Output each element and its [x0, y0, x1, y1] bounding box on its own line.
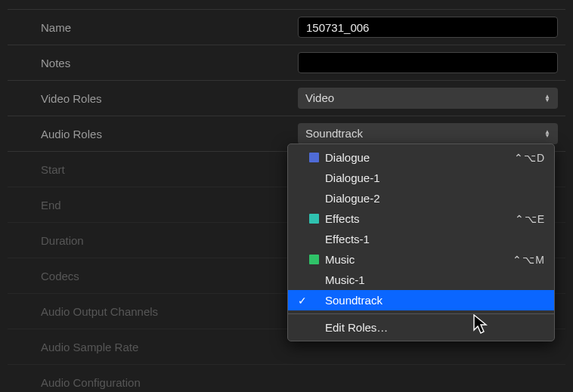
- menu-item-label: Edit Roles…: [325, 321, 545, 334]
- menu-item-label: Dialogue-1: [325, 171, 545, 184]
- label-name: Name: [8, 21, 298, 34]
- menu-item-dialogue-2[interactable]: Dialogue-2: [288, 188, 554, 208]
- menu-item-dialogue[interactable]: Dialogue ⌃⌥D: [288, 147, 554, 168]
- menu-item-effects-1[interactable]: Effects-1: [288, 229, 554, 249]
- label-end: End: [8, 199, 298, 211]
- menu-item-label: Music-1: [325, 273, 545, 286]
- menu-item-label: Dialogue-2: [325, 192, 545, 205]
- label-video-roles: Video Roles: [8, 92, 298, 105]
- menu-item-label: Dialogue: [325, 151, 514, 164]
- row-video-roles: Video Roles Video ▲▼: [8, 81, 565, 116]
- audio-roles-dropdown: Dialogue ⌃⌥D Dialogue-1 Dialogue-2 Effec…: [287, 144, 555, 341]
- menu-item-label: Effects: [325, 212, 515, 225]
- menu-item-music[interactable]: Music ⌃⌥M: [288, 249, 554, 270]
- menu-item-shortcut: ⌃⌥E: [515, 213, 545, 225]
- video-roles-select[interactable]: Video ▲▼: [298, 88, 558, 109]
- menu-item-edit-roles[interactable]: Edit Roles…: [288, 317, 554, 338]
- label-start: Start: [8, 163, 298, 176]
- notes-input[interactable]: [298, 52, 558, 73]
- video-roles-value: Video: [305, 88, 334, 109]
- menu-item-shortcut: ⌃⌥D: [514, 152, 545, 164]
- menu-item-label: Music: [325, 253, 513, 266]
- color-swatch: [309, 214, 319, 224]
- row-notes: Notes: [8, 45, 565, 81]
- menu-item-effects[interactable]: Effects ⌃⌥E: [288, 208, 554, 229]
- audio-roles-select[interactable]: Soundtrack ▲▼: [298, 123, 558, 144]
- label-duration: Duration: [8, 234, 298, 247]
- menu-separator: [288, 313, 554, 314]
- menu-item-shortcut: ⌃⌥M: [513, 254, 545, 266]
- menu-item-dialogue-1[interactable]: Dialogue-1: [288, 168, 554, 188]
- color-swatch: [309, 255, 319, 264]
- select-arrows-icon: ▲▼: [544, 130, 550, 137]
- color-swatch: [309, 153, 319, 162]
- label-audio-configuration: Audio Configuration: [8, 376, 298, 389]
- check-icon: ✓: [296, 295, 309, 307]
- menu-item-music-1[interactable]: Music-1: [288, 270, 554, 290]
- label-notes: Notes: [8, 57, 298, 69]
- menu-item-label: Soundtrack: [325, 294, 545, 307]
- menu-item-soundtrack[interactable]: ✓ Soundtrack: [288, 290, 554, 310]
- label-audio-sample-rate: Audio Sample Rate: [8, 341, 298, 353]
- row-audio-configuration: Audio Configuration: [8, 365, 565, 392]
- select-arrows-icon: ▲▼: [544, 94, 550, 102]
- menu-item-label: Effects-1: [325, 233, 545, 245]
- row-name: Name 150731_006: [8, 10, 565, 45]
- label-audio-output-channels: Audio Output Channels: [8, 305, 298, 318]
- label-audio-roles: Audio Roles: [8, 128, 298, 140]
- label-codecs: Codecs: [8, 270, 298, 282]
- name-input[interactable]: 150731_006: [298, 17, 558, 38]
- audio-roles-value: Soundtrack: [305, 123, 363, 144]
